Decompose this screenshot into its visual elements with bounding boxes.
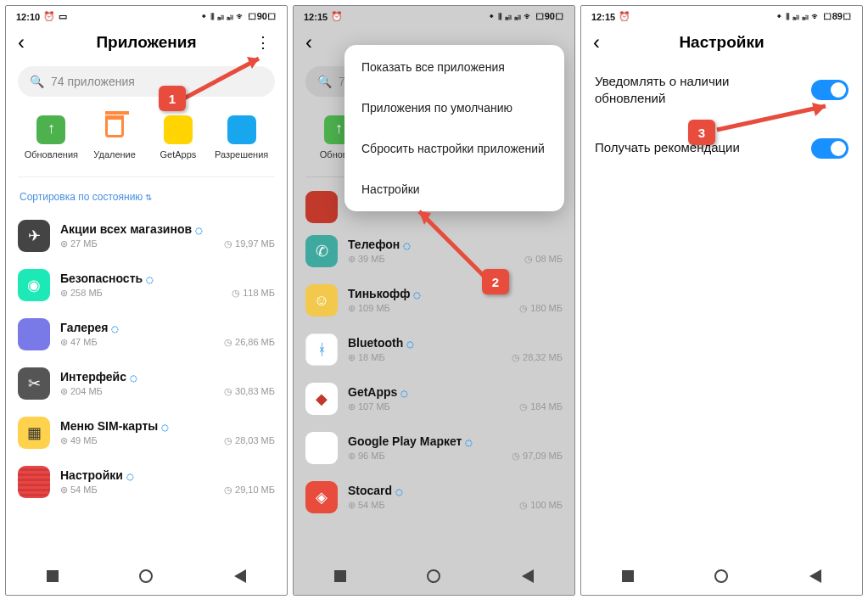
ram-size: 49 МБ: [60, 435, 98, 446]
app-icon: ◉: [18, 269, 50, 301]
status-bar: 12:15 ⏰ ᛭ ⫴ ₐᵢₗ ₐᵢₗ ᯤ ⬚90⬚: [294, 6, 574, 24]
storage-size: 30,83 МБ: [224, 386, 275, 397]
back-button[interactable]: ‹: [18, 32, 42, 53]
shield-icon: [227, 115, 256, 144]
popup-item-reset[interactable]: Сбросить настройки приложений: [344, 128, 564, 169]
loading-icon: ◌: [400, 389, 408, 398]
storage-size: 28,32 МБ: [512, 352, 563, 363]
app-icon: ☺: [305, 284, 338, 317]
app-row[interactable]: ᚼ Bluetooth ◌ 18 МБ28,32 МБ: [305, 325, 563, 374]
search-input[interactable]: 🔍 74 приложения: [18, 66, 275, 97]
storage-size: 19,97 МБ: [224, 238, 275, 249]
quick-actions: ↑ Обновления Удаление GetApps Разрешения: [18, 110, 275, 177]
action-permissions[interactable]: Разрешения: [210, 115, 273, 160]
action-getapps[interactable]: GetApps: [147, 115, 210, 160]
arrow-up-icon: ↑: [335, 120, 343, 137]
nav-home[interactable]: [714, 569, 728, 583]
overflow-menu-button[interactable]: ⋮: [251, 33, 275, 52]
nav-recents[interactable]: [334, 570, 346, 582]
status-right-icons: ᛭ ⫴ ₐᵢₗ ₐᵢₗ ᯤ ⬚89⬚: [776, 11, 852, 22]
app-icon: [18, 318, 50, 350]
app-row[interactable]: ▦ Меню SIM-карты ◌ 49 МБ28,03 МБ: [18, 408, 275, 457]
search-placeholder: 74 приложения: [51, 75, 135, 88]
action-updates[interactable]: ↑ Обновления: [20, 115, 83, 160]
search-icon: 🔍: [30, 75, 44, 88]
storage-size: 08 МБ: [524, 254, 563, 265]
app-row[interactable]: ✆ Телефон ◌ 39 МБ08 МБ: [305, 227, 563, 276]
annotation-badge-2: 2: [482, 269, 509, 294]
nav-back[interactable]: [522, 569, 534, 583]
loading-icon: ◌: [161, 423, 169, 432]
app-row[interactable]: ☺ Тинькофф ◌ 109 МБ180 МБ: [305, 276, 563, 325]
loading-icon: ◌: [195, 226, 203, 235]
action-label: Разрешения: [210, 149, 273, 160]
search-icon: 🔍: [317, 75, 332, 88]
app-row[interactable]: ▶ Google Play Маркет ◌ 96 МБ97,09 МБ: [305, 423, 563, 473]
ram-size: 258 МБ: [60, 288, 103, 299]
app-icon: ✈: [18, 220, 50, 252]
setting-row-update-notify: Уведомлять о наличии обновлений: [593, 58, 850, 123]
back-button[interactable]: ‹: [305, 32, 329, 53]
status-time: 12:15: [304, 12, 328, 22]
storage-size: 184 МБ: [519, 401, 563, 412]
nav-recents[interactable]: [47, 570, 59, 582]
header: ‹ Настройки: [593, 24, 850, 58]
nav-back[interactable]: [234, 569, 246, 583]
trash-icon: [105, 115, 124, 137]
app-row[interactable]: ◈ Stocard ◌ 54 МБ100 МБ: [305, 473, 563, 522]
ram-size: 109 МБ: [348, 303, 390, 314]
loading-icon: ◌: [406, 339, 414, 349]
nav-home[interactable]: [427, 569, 440, 583]
loading-icon: ◌: [413, 290, 421, 300]
storage-size: 28,03 МБ: [224, 435, 275, 446]
sort-dropdown[interactable]: Сортировка по состоянию: [18, 177, 275, 211]
toggle-recommendations[interactable]: [811, 138, 848, 159]
app-icon: ▶: [305, 432, 338, 464]
header: ‹ Приложения ⋮: [18, 24, 275, 58]
popup-item-show-all[interactable]: Показать все приложения: [344, 47, 564, 87]
nav-recents[interactable]: [622, 570, 634, 582]
app-row[interactable]: ◉ Безопасность ◌ 258 МБ118 МБ: [18, 260, 275, 310]
status-time: 12:10: [16, 12, 40, 22]
toggle-update-notify[interactable]: [811, 80, 848, 100]
app-row[interactable]: Настройки ◌ 54 МБ29,10 МБ: [18, 457, 275, 507]
loading-icon: ◌: [395, 487, 403, 496]
app-row[interactable]: ✂ Интерфейс ◌ 204 МБ30,83 МБ: [18, 359, 275, 408]
android-navbar: [6, 558, 287, 595]
action-uninstall[interactable]: Удаление: [83, 115, 147, 160]
action-label: GetApps: [147, 149, 210, 160]
status-right-icons: ᛭ ⫴ ₐᵢₗ ₐᵢₗ ᯤ ⬚90⬚: [489, 11, 564, 22]
action-label: Удаление: [83, 149, 147, 160]
app-icon: ᚼ: [305, 333, 338, 366]
nav-back[interactable]: [809, 569, 821, 583]
ram-size: 204 МБ: [60, 386, 103, 397]
app-row[interactable]: ✈ Акции всех магазинов ◌ 27 МБ19,97 МБ: [18, 211, 275, 260]
loading-icon: ◌: [403, 241, 411, 250]
app-name: Google Play Маркет: [348, 434, 462, 448]
ram-size: 107 МБ: [348, 401, 390, 412]
android-navbar: [581, 558, 862, 595]
app-name: Галерея: [60, 321, 109, 334]
popup-item-default-apps[interactable]: Приложения по умолчанию: [344, 87, 564, 128]
setting-label: Уведомлять о наличии обновлений: [595, 73, 777, 108]
setting-label: Получать рекомендации: [595, 139, 740, 156]
status-bar: 12:15 ⏰ ᛭ ⫴ ₐᵢₗ ₐᵢₗ ᯤ ⬚89⬚: [581, 6, 862, 24]
screenshot-panel-1: 12:10 ⏰ ▭ ᛭ ⫴ ₐᵢₗ ₐᵢₗ ᯤ ⬚90⬚ ‹ Приложени…: [5, 5, 288, 596]
nav-home[interactable]: [139, 569, 153, 583]
app-icon: [305, 191, 338, 223]
ram-size: 39 МБ: [348, 254, 385, 265]
app-name: Bluetooth: [348, 336, 403, 350]
back-button[interactable]: ‹: [593, 32, 617, 53]
alarm-icon: ⏰: [331, 11, 343, 22]
status-bar: 12:10 ⏰ ▭ ᛭ ⫴ ₐᵢₗ ₐᵢₗ ᯤ ⬚90⬚: [6, 6, 287, 24]
overflow-popup-menu: Показать все приложения Приложения по ум…: [344, 45, 564, 211]
status-right-icons: ᛭ ⫴ ₐᵢₗ ₐᵢₗ ᯤ ⬚90⬚: [201, 11, 277, 22]
popup-item-settings[interactable]: Настройки: [344, 169, 564, 210]
app-row[interactable]: Галерея ◌ 47 МБ26,86 МБ: [18, 310, 275, 359]
app-name: Тинькофф: [348, 287, 411, 300]
app-list: ✆ Телефон ◌ 39 МБ08 МБ ☺ Тинькофф ◌ 109 …: [305, 227, 563, 558]
app-name: GetApps: [348, 385, 397, 399]
screenshot-panel-3: 12:15 ⏰ ᛭ ⫴ ₐᵢₗ ₐᵢₗ ᯤ ⬚89⬚ ‹ Настройки У…: [580, 5, 863, 596]
app-icon: ◆: [305, 383, 338, 415]
app-row[interactable]: ◆ GetApps ◌ 107 МБ184 МБ: [305, 374, 563, 423]
